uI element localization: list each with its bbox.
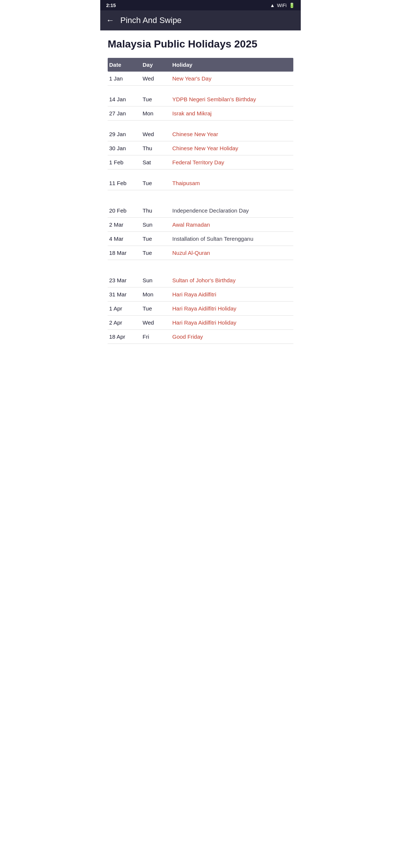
table-row: 11 FebTueThaipusam <box>108 176 293 190</box>
holiday-name: Installation of Sultan Terengganu <box>172 236 293 242</box>
status-icons: ▲ WiFi 🔋 <box>270 3 295 8</box>
holiday-day: Mon <box>143 110 172 116</box>
holiday-name: Hari Raya Aidilfitri Holiday <box>172 319 293 326</box>
holiday-name: Chinese New Year Holiday <box>172 145 293 151</box>
status-time: 2:15 <box>106 3 116 8</box>
table-row: 18 MarTueNuzul Al-Quran <box>108 246 293 260</box>
holiday-day: Fri <box>143 333 172 340</box>
holiday-day: Tue <box>143 250 172 256</box>
holiday-date: 27 Jan <box>109 110 143 116</box>
holiday-date: 1 Jan <box>109 75 143 82</box>
table-row: 23 MarSunSultan of Johor's Birthday <box>108 273 293 287</box>
holiday-day: Tue <box>143 180 172 186</box>
holiday-date: 11 Feb <box>109 180 143 186</box>
header-day: Day <box>143 62 172 68</box>
section-gap <box>108 190 293 197</box>
holiday-day: Sat <box>143 159 172 165</box>
holiday-list: 1 JanWedNew Year's Day14 JanTueYDPB Nege… <box>108 72 293 344</box>
battery-icon: 🔋 <box>289 3 295 8</box>
holiday-day: Mon <box>143 291 172 297</box>
holiday-day: Tue <box>143 236 172 242</box>
table-row: 1 AprTueHari Raya Aidilfitri Holiday <box>108 302 293 316</box>
table-header: Date Day Holiday <box>108 58 293 72</box>
holiday-name: Hari Raya Aidilfitri Holiday <box>172 305 293 312</box>
holiday-day: Tue <box>143 96 172 102</box>
holiday-day: Wed <box>143 319 172 326</box>
holiday-name: Israk and Mikraj <box>172 110 293 116</box>
holiday-date: 14 Jan <box>109 96 143 102</box>
wifi-icon: WiFi <box>277 3 287 8</box>
holiday-name: Awal Ramadan <box>172 221 293 228</box>
holiday-day: Tue <box>143 305 172 312</box>
holiday-date: 2 Mar <box>109 221 143 228</box>
table-row: 20 FebThuIndependence Declaration Day <box>108 204 293 218</box>
holiday-date: 4 Mar <box>109 236 143 242</box>
holiday-name: Thaipusam <box>172 180 293 186</box>
back-button[interactable]: ← <box>106 16 114 25</box>
holiday-date: 20 Feb <box>109 207 143 214</box>
holiday-date: 18 Mar <box>109 250 143 256</box>
holiday-day: Sun <box>143 277 172 283</box>
holiday-name: Nuzul Al-Quran <box>172 250 293 256</box>
holiday-date: 1 Feb <box>109 159 143 165</box>
status-bar: 2:15 ▲ WiFi 🔋 <box>100 0 301 10</box>
holiday-day: Wed <box>143 75 172 82</box>
header-date: Date <box>109 62 143 68</box>
table-row: 31 MarMonHari Raya Aidilfitri <box>108 287 293 302</box>
table-row: 2 MarSunAwal Ramadan <box>108 218 293 232</box>
table-row: 14 JanTueYDPB Negeri Sembilan's Birthday <box>108 92 293 106</box>
section-gap <box>108 86 293 92</box>
holiday-date: 18 Apr <box>109 333 143 340</box>
section-gap <box>108 121 293 127</box>
section-gap <box>108 267 293 273</box>
holiday-day: Sun <box>143 221 172 228</box>
table-row: 2 AprWedHari Raya Aidilfitri Holiday <box>108 316 293 330</box>
holiday-date: 2 Apr <box>109 319 143 326</box>
content-area: Malaysia Public Holidays 2025 Date Day H… <box>100 30 301 359</box>
holiday-date: 31 Mar <box>109 291 143 297</box>
holiday-name: Good Friday <box>172 333 293 340</box>
holiday-name: Hari Raya Aidilfitri <box>172 291 293 297</box>
app-bar: ← Pinch And Swipe <box>100 10 301 30</box>
holiday-day: Wed <box>143 131 172 137</box>
table-row: 1 FebSatFederal Territory Day <box>108 155 293 170</box>
app-bar-title: Pinch And Swipe <box>120 16 182 25</box>
holiday-date: 30 Jan <box>109 145 143 151</box>
table-row: 1 JanWedNew Year's Day <box>108 72 293 86</box>
holiday-name: New Year's Day <box>172 75 293 82</box>
table-row: 29 JanWedChinese New Year <box>108 127 293 141</box>
signal-icon: ▲ <box>270 3 275 8</box>
holiday-day: Thu <box>143 207 172 214</box>
holiday-date: 29 Jan <box>109 131 143 137</box>
holiday-name: Sultan of Johor's Birthday <box>172 277 293 283</box>
section-gap <box>108 170 293 176</box>
table-row: 30 JanThuChinese New Year Holiday <box>108 141 293 155</box>
holiday-name: Independence Declaration Day <box>172 207 293 214</box>
holiday-name: Chinese New Year <box>172 131 293 137</box>
holiday-day: Thu <box>143 145 172 151</box>
table-row: 18 AprFriGood Friday <box>108 330 293 344</box>
holiday-date: 1 Apr <box>109 305 143 312</box>
section-gap <box>108 260 293 267</box>
table-row: 4 MarTueInstallation of Sultan Terenggan… <box>108 232 293 246</box>
header-holiday: Holiday <box>172 62 293 68</box>
table-row: 27 JanMonIsrak and Mikraj <box>108 106 293 121</box>
section-gap <box>108 197 293 204</box>
holiday-name: Federal Territory Day <box>172 159 293 165</box>
page-title: Malaysia Public Holidays 2025 <box>108 38 293 50</box>
holiday-date: 23 Mar <box>109 277 143 283</box>
holiday-name: YDPB Negeri Sembilan's Birthday <box>172 96 293 102</box>
